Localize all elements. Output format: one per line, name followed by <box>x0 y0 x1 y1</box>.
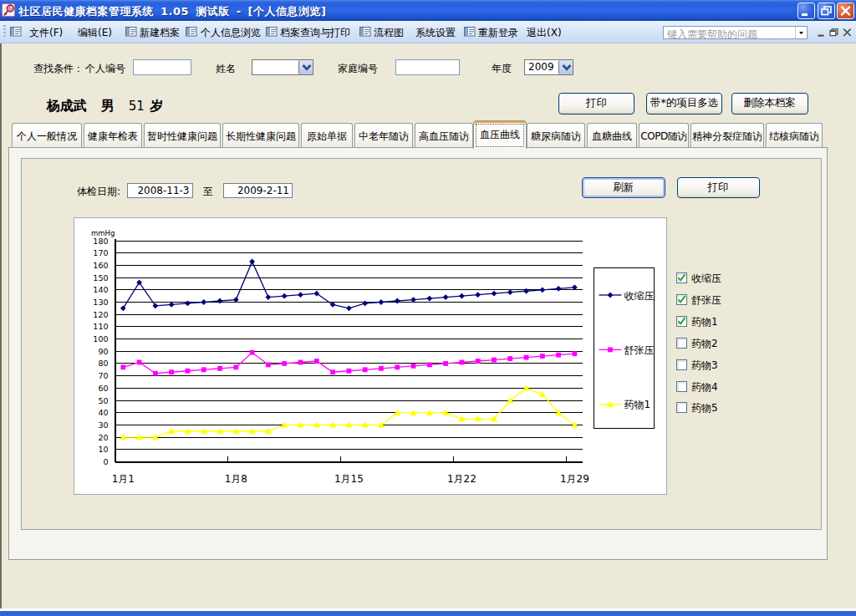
checkbox-药物5[interactable] <box>676 402 687 413</box>
checkbox-药物1[interactable] <box>676 316 687 327</box>
menu-item-系统设置[interactable]: 系统设置 <box>415 26 456 40</box>
menu-item-退出[interactable]: 退出(X) <box>527 26 562 40</box>
date-from-input[interactable] <box>127 183 193 198</box>
name-label: 姓名 <box>216 62 236 76</box>
close-button[interactable] <box>837 3 854 19</box>
series-marker-舒张压 <box>201 367 206 372</box>
series-marker-舒张压 <box>395 364 400 369</box>
patient-name: 杨成武 <box>47 98 87 114</box>
y-tick-label: 100 <box>93 334 108 344</box>
menu-item-新建档案[interactable]: 新建档案 <box>140 26 180 40</box>
menu-item-文件[interactable]: 文件(F) <box>29 26 63 40</box>
app-window: { "window": { "title": "社区居民健康档案管理系统 1.0… <box>0 0 856 616</box>
chevron-down-icon[interactable] <box>795 27 807 38</box>
print-chart-button[interactable]: 打印 <box>677 177 760 198</box>
menu-item-编辑[interactable]: 编辑(E) <box>78 26 112 40</box>
mdi-close-button[interactable] <box>842 27 853 38</box>
series-marker-舒张压 <box>443 361 448 366</box>
x-tick-label: 1月22 <box>447 473 476 485</box>
restore-button[interactable] <box>818 3 835 19</box>
y-tick-label: 150 <box>93 273 108 283</box>
minimize-button[interactable] <box>797 3 815 19</box>
search-criteria-label: 查找条件： <box>33 62 84 76</box>
chevron-down-icon[interactable] <box>558 60 573 74</box>
tab-糖尿病随访[interactable]: 糖尿病随访 <box>527 123 585 147</box>
series-marker-收缩压 <box>556 286 562 292</box>
series-marker-舒张压 <box>459 360 464 365</box>
year-combobox[interactable]: 2009 <box>524 59 573 75</box>
series-marker-舒张压 <box>120 364 125 369</box>
checkbox-label: 药物3 <box>691 359 718 373</box>
series-marker-收缩压 <box>410 297 416 303</box>
series-marker-收缩压 <box>492 291 497 297</box>
year-label: 年度 <box>492 62 512 76</box>
tab-高血压随访[interactable]: 高血压随访 <box>415 123 473 147</box>
series-marker-舒张压 <box>314 359 319 364</box>
chevron-down-icon[interactable] <box>298 60 313 74</box>
series-marker-收缩压 <box>185 301 191 307</box>
series-marker-舒张压 <box>363 367 368 372</box>
y-tick-label: 90 <box>98 347 108 356</box>
menu-item-个人信息浏览[interactable]: 个人信息浏览 <box>201 26 261 40</box>
y-tick-label: 40 <box>98 408 108 417</box>
window-title: 社区居民健康档案管理系统 1.05 测试版 - [个人信息浏览] <box>18 4 326 19</box>
checkbox-药物3[interactable] <box>676 359 687 370</box>
legend-marker-舒张压 <box>608 348 613 353</box>
y-tick-label: 10 <box>98 445 108 454</box>
help-search-input[interactable]: 键入需要帮助的问题 <box>663 26 808 39</box>
series-marker-舒张压 <box>379 366 384 371</box>
tab-血压曲线[interactable]: 血压曲线 <box>473 120 527 149</box>
series-marker-舒张压 <box>298 360 303 365</box>
checkbox-收缩压[interactable] <box>676 272 687 283</box>
tab-结核病随访[interactable]: 结核病随访 <box>766 123 823 147</box>
refresh-button[interactable]: 刷新 <box>582 177 665 198</box>
tab-长期性健康问题[interactable]: 长期性健康问题 <box>222 123 299 147</box>
tab-精神分裂症随访[interactable]: 精神分裂症随访 <box>690 123 764 147</box>
series-marker-舒张压 <box>217 366 222 371</box>
series-marker-药物1 <box>539 391 546 397</box>
mdi-minimize-button[interactable] <box>816 27 827 38</box>
series-marker-舒张压 <box>186 369 191 374</box>
tab-label: COPD随访 <box>640 130 686 142</box>
date-to-input[interactable] <box>223 183 293 198</box>
checkbox-舒张压[interactable] <box>676 294 687 305</box>
close-icon <box>838 3 853 18</box>
tab-血糖曲线[interactable]: 血糖曲线 <box>587 123 637 147</box>
menu-item-档案查询与打印[interactable]: 档案查询与打印 <box>280 26 350 40</box>
tab-label: 精神分裂症随访 <box>692 130 762 142</box>
tab-focus-rect <box>476 124 524 147</box>
tab-健康年检表[interactable]: 健康年检表 <box>84 123 142 147</box>
series-marker-收缩压 <box>298 292 303 298</box>
series-marker-收缩压 <box>572 284 578 290</box>
menu-form-icon <box>186 27 197 37</box>
series-marker-舒张压 <box>507 356 512 361</box>
y-tick-label: 30 <box>98 420 108 430</box>
series-marker-收缩压 <box>475 292 481 298</box>
window-bottom-frame <box>0 611 856 616</box>
tab-COPD随访[interactable]: COPD随访 <box>639 123 689 147</box>
checkbox-药物2[interactable] <box>676 338 687 349</box>
app-icon <box>2 3 15 17</box>
y-tick-label: 180 <box>93 237 108 246</box>
series-marker-收缩压 <box>346 305 352 311</box>
tab-中老年随访[interactable]: 中老年随访 <box>354 123 413 147</box>
tab-label: 原始单据 <box>307 130 347 142</box>
tab-暂时性健康问题[interactable]: 暂时性健康问题 <box>144 123 221 147</box>
tab-strip: 个人一般情况健康年检表暂时性健康问题长期性健康问题原始单据中老年随访高血压随访血… <box>12 123 823 148</box>
person-id-label: 个人编号 <box>85 62 125 76</box>
mdi-restore-button[interactable] <box>828 27 839 38</box>
family-id-input[interactable] <box>395 59 460 75</box>
name-combobox[interactable] <box>252 59 313 75</box>
multi-select-button[interactable]: 带*的项目多选 <box>646 93 722 115</box>
print-record-button[interactable]: 打印 <box>558 93 634 115</box>
toolbar-grip[interactable] <box>3 25 6 38</box>
delete-record-button[interactable]: 删除本档案 <box>731 93 808 115</box>
menu-item-重新登录[interactable]: 重新登录 <box>478 26 518 40</box>
tab-个人一般情况[interactable]: 个人一般情况 <box>12 123 82 147</box>
y-tick-label: 120 <box>93 310 108 319</box>
tab-原始单据[interactable]: 原始单据 <box>301 123 353 147</box>
person-id-input[interactable] <box>133 59 191 75</box>
checkbox-药物4[interactable] <box>676 381 687 392</box>
checkbox-label: 收缩压 <box>691 272 721 286</box>
menu-item-流程图[interactable]: 流程图 <box>374 26 404 40</box>
